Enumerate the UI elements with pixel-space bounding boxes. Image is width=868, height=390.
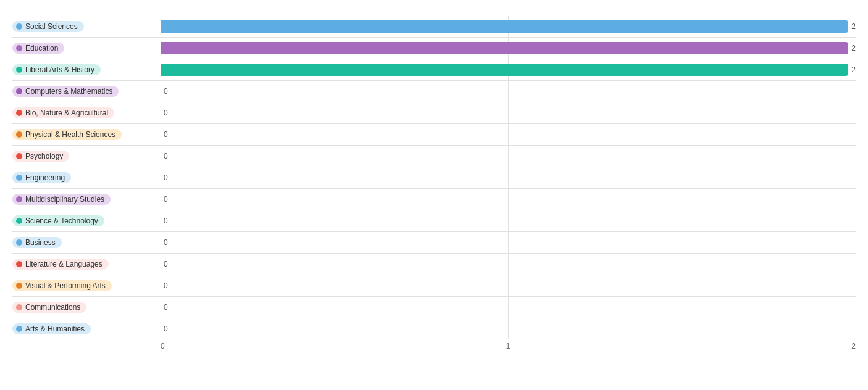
pill-text-physical-health: Physical & Health Sciences (25, 130, 115, 139)
bar-track-social-sciences: 2 (161, 16, 856, 37)
bar-value-arts-humanities: 0 (164, 325, 168, 333)
bar-value-science-technology: 0 (164, 217, 168, 225)
bar-track-physical-health: 0 (161, 124, 856, 145)
bar-value-literature-languages: 0 (164, 260, 168, 268)
bar-row-engineering: Engineering0 (12, 167, 856, 189)
bar-track-psychology: 0 (161, 146, 856, 167)
pill-text-business: Business (25, 238, 56, 247)
bar-track-literature-languages: 0 (161, 254, 856, 275)
grid-line (161, 210, 161, 231)
pill-arts-humanities: Arts & Humanities (12, 323, 91, 334)
grid-line (161, 318, 161, 339)
bar-label-liberal-arts-history: Liberal Arts & History (12, 64, 161, 75)
pill-text-communications: Communications (25, 303, 80, 312)
dot-education (16, 45, 22, 51)
grid-line (508, 254, 509, 275)
grid-line (856, 146, 856, 167)
grid-line (508, 81, 509, 102)
bar-row-business: Business0 (12, 232, 856, 254)
pill-psychology: Psychology (12, 151, 69, 162)
x-axis-label-2: 2 (851, 342, 856, 351)
dot-engineering (16, 175, 22, 181)
bar-label-psychology: Psychology (12, 151, 161, 162)
bar-row-social-sciences: Social Sciences2 (12, 16, 856, 38)
pill-text-visual-performing-arts: Visual & Performing Arts (25, 281, 106, 290)
grid-line (856, 189, 856, 210)
grid-line (856, 102, 856, 123)
bar-track-arts-humanities: 0 (161, 318, 856, 339)
grid-line (508, 146, 509, 167)
bar-row-psychology: Psychology0 (12, 146, 856, 167)
bar-fill-education (161, 42, 848, 54)
bar-value-engineering: 0 (164, 173, 168, 182)
bar-label-social-sciences: Social Sciences (12, 21, 161, 32)
pill-text-social-sciences: Social Sciences (25, 22, 78, 31)
bar-value-business: 0 (164, 238, 168, 247)
bar-fill-social-sciences (161, 20, 848, 33)
grid-line (856, 275, 856, 296)
bar-track-multidisciplinary: 0 (161, 189, 856, 210)
bar-track-education: 2 (161, 38, 856, 59)
bar-label-multidisciplinary: Multidisciplinary Studies (12, 194, 161, 205)
bar-value-liberal-arts-history: 2 (851, 65, 856, 74)
bar-value-physical-health: 0 (164, 130, 168, 139)
dot-visual-performing-arts (16, 283, 22, 289)
bar-row-physical-health: Physical & Health Sciences0 (12, 124, 856, 146)
pill-text-multidisciplinary: Multidisciplinary Studies (25, 195, 104, 204)
pill-text-science-technology: Science & Technology (25, 217, 98, 225)
pill-text-arts-humanities: Arts & Humanities (25, 325, 85, 333)
chart-container: Social Sciences2Education2Liberal Arts &… (0, 0, 868, 390)
grid-line (508, 232, 509, 253)
bar-track-communications: 0 (161, 297, 856, 318)
grid-line (856, 232, 856, 253)
pill-multidisciplinary: Multidisciplinary Studies (12, 194, 111, 205)
pill-literature-languages: Literature & Languages (12, 259, 109, 270)
bar-row-visual-performing-arts: Visual & Performing Arts0 (12, 275, 856, 297)
bar-row-liberal-arts-history: Liberal Arts & History2 (12, 59, 856, 81)
dot-computers-mathematics (16, 88, 22, 94)
grid-line (508, 189, 509, 210)
grid-line (856, 16, 856, 37)
dot-bio-nature-agricultural (16, 110, 22, 116)
dot-arts-humanities (16, 326, 22, 332)
bar-label-education: Education (12, 43, 161, 54)
x-axis-label-0: 0 (161, 342, 165, 351)
bar-track-liberal-arts-history: 2 (161, 59, 856, 80)
grid-line (161, 124, 161, 145)
dot-liberal-arts-history (16, 67, 22, 73)
dot-psychology (16, 153, 22, 159)
pill-text-computers-mathematics: Computers & Mathematics (25, 87, 112, 96)
bar-value-psychology: 0 (164, 152, 168, 160)
bar-label-communications: Communications (12, 302, 161, 313)
bar-track-engineering: 0 (161, 167, 856, 188)
grid-line (161, 102, 161, 123)
grid-line (161, 232, 161, 253)
pill-text-literature-languages: Literature & Languages (25, 260, 102, 268)
dot-business (16, 239, 22, 246)
bar-label-computers-mathematics: Computers & Mathematics (12, 86, 161, 97)
grid-line (856, 124, 856, 145)
grid-line (161, 254, 161, 275)
dot-science-technology (16, 218, 22, 224)
bar-row-education: Education2 (12, 38, 856, 59)
x-axis: 012 (12, 342, 856, 351)
pill-engineering: Engineering (12, 172, 71, 183)
grid-line (856, 254, 856, 275)
pill-business: Business (12, 237, 62, 248)
pill-education: Education (12, 43, 64, 54)
grid-line (161, 189, 161, 210)
grid-line (508, 167, 509, 188)
grid-line (856, 81, 856, 102)
bar-track-bio-nature-agricultural: 0 (161, 102, 856, 123)
pill-bio-nature-agricultural: Bio, Nature & Agricultural (12, 107, 114, 118)
grid-line (856, 210, 856, 231)
bar-row-computers-mathematics: Computers & Mathematics0 (12, 81, 856, 102)
dot-literature-languages (16, 261, 22, 267)
grid-line (856, 318, 856, 339)
grid-line (161, 146, 161, 167)
grid-line (856, 297, 856, 318)
pill-liberal-arts-history: Liberal Arts & History (12, 64, 101, 75)
pill-text-education: Education (25, 44, 58, 52)
bar-value-multidisciplinary: 0 (164, 195, 168, 204)
dot-social-sciences (16, 23, 22, 30)
